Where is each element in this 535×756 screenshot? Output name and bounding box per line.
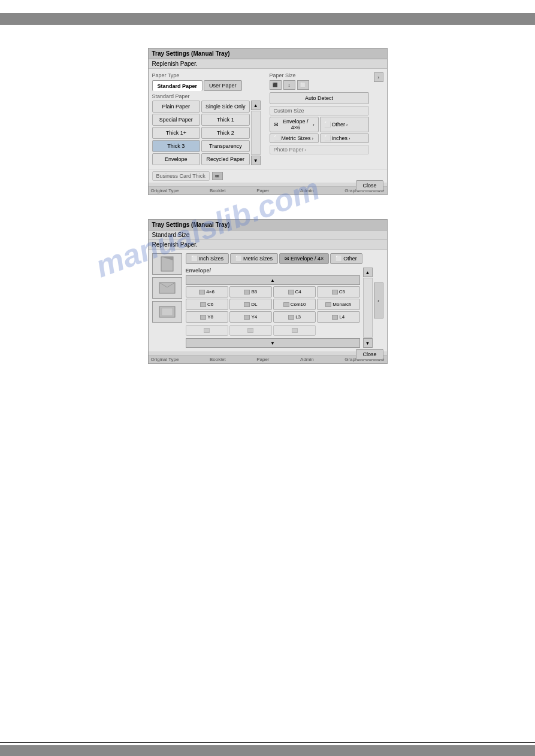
env-icon-c4 <box>288 290 294 294</box>
paper-btn-thick3[interactable]: Thick 3 <box>152 140 201 152</box>
env-btn-c6[interactable]: C6 <box>186 299 228 310</box>
env-btn-l3[interactable]: L3 <box>273 311 316 323</box>
env-btn-extra1[interactable] <box>186 325 228 336</box>
bottom-bar-original-type: Original Type <box>151 188 179 193</box>
inch-icon: ⬜ <box>191 256 198 262</box>
env-label-l4: L4 <box>339 314 344 320</box>
scroll-down-btn[interactable]: ▼ <box>251 156 261 165</box>
size-other-btn[interactable]: ⬜ Other › <box>320 117 369 132</box>
size-envelope-label: Envelope / 4×6 <box>280 119 312 130</box>
size-tabs-row: ⬜ Inch Sizes ⬜ Metric Sizes ✉ Envelope /… <box>186 253 373 264</box>
paper-preview-svg-2 <box>158 280 176 296</box>
metric-icon: ⬜ <box>274 135 280 141</box>
env-icon-dl <box>244 302 250 307</box>
env-label-c4: C4 <box>295 289 301 294</box>
env-btn-extra2[interactable] <box>229 325 272 336</box>
size-icons-row: ⬛ ↕ ⬜ <box>270 80 369 90</box>
paper-btn-envelope[interactable]: Envelope <box>152 153 201 165</box>
chevron-right-icon3: › <box>312 136 313 141</box>
scroll-up-btn[interactable]: ▲ <box>251 101 261 110</box>
tab-user-paper[interactable]: User Paper <box>204 80 242 91</box>
paper-btn-transparency[interactable]: Transparency <box>201 140 250 152</box>
env-btn-dl[interactable]: DL <box>229 299 272 310</box>
bottom-bar-paper: Paper <box>256 188 269 193</box>
size-icon-2[interactable]: ↕ <box>283 80 295 90</box>
auto-detect-btn[interactable]: Auto Detect <box>270 92 369 104</box>
chevron-right-icon2: › <box>346 123 347 127</box>
dialog2-body: ⬜ Inch Sizes ⬜ Metric Sizes ✉ Envelope /… <box>149 250 387 351</box>
paper-size-label: Paper Size <box>270 72 369 78</box>
paper-previews <box>152 253 182 348</box>
dialog1-title: Tray Settings (Manual Tray) <box>149 48 387 59</box>
tab-metric-sizes[interactable]: ⬜ Metric Sizes <box>230 253 278 264</box>
size-other-label: Other <box>332 122 346 127</box>
dialog2-close-btn-2[interactable]: Close <box>356 349 383 360</box>
env-btn-c5[interactable]: C5 <box>317 286 359 297</box>
scroll-top-btn[interactable]: ▲ <box>363 268 373 277</box>
envelope-grid-more <box>186 325 360 336</box>
envelope-icon: ✉ <box>274 122 279 127</box>
scroll-bottom-btn[interactable]: ▼ <box>363 338 373 348</box>
custom-size-btn[interactable]: Custom Size <box>270 106 369 116</box>
paper-size-scrollbar: › <box>374 72 383 165</box>
size-metric-btn[interactable]: ⬜ Metric Sizes › <box>270 133 319 143</box>
env-btn-c4[interactable]: C4 <box>273 286 316 297</box>
env-icon-4x6 <box>199 290 205 294</box>
right-scroll-btn[interactable]: › <box>374 283 383 318</box>
dialog2-layout: ⬜ Inch Sizes ⬜ Metric Sizes ✉ Envelope /… <box>152 253 383 348</box>
tab-inch-sizes[interactable]: ⬜ Inch Sizes <box>186 253 229 264</box>
size-icon-1[interactable]: ⬛ <box>270 80 282 90</box>
photo-paper-btn[interactable]: Photo Paper › <box>270 145 369 154</box>
d2-bottom-admin: Admin <box>300 357 314 362</box>
paper-btn-thick2[interactable]: Thick 2 <box>201 127 250 139</box>
email-icon: ✉ <box>212 172 223 180</box>
size-inches-btn[interactable]: ⬜ Inches › <box>320 133 369 143</box>
paper-preview-3 <box>152 301 182 323</box>
env-icon-b5 <box>244 290 250 294</box>
env-icon-y8 <box>200 315 206 320</box>
envelope-scroll-up[interactable]: ▲ <box>186 275 360 285</box>
paper-btn-thick1plus[interactable]: Thick 1+ <box>152 127 201 139</box>
dialogs-container: Tray Settings (Manual Tray) Replenish Pa… <box>0 12 535 364</box>
standard-paper-label: Standard Paper <box>152 93 266 99</box>
tab-other[interactable]: ⬜ Other <box>330 253 362 264</box>
d2-bottom-booklet: Booklet <box>210 357 226 362</box>
chevron-right-icon5: › <box>305 148 306 152</box>
paper-btn-plain[interactable]: Plain Paper <box>152 101 201 113</box>
env-icon-monarch <box>325 302 331 307</box>
size-inches-label: Inches <box>332 135 348 141</box>
paper-btn-special[interactable]: Special Paper <box>152 114 201 126</box>
dialog2-right: ⬜ Inch Sizes ⬜ Metric Sizes ✉ Envelope /… <box>186 253 373 348</box>
env-icon-l4 <box>332 315 338 320</box>
env-btn-com10[interactable]: Com10 <box>273 299 316 310</box>
env-label-4x6: 4×6 <box>206 289 214 294</box>
size-scroll-right-btn[interactable]: › <box>374 72 383 82</box>
inch-sizes-label: Inch Sizes <box>199 256 224 262</box>
size-icon-3[interactable]: ⬜ <box>297 80 309 90</box>
env-btn-y4[interactable]: Y4 <box>229 311 272 323</box>
business-card-btn[interactable]: Business Card Thick <box>152 171 210 181</box>
envelope-4x-label: Envelope / 4× <box>291 256 324 262</box>
env-btn-y8[interactable]: Y8 <box>186 311 228 323</box>
paper-btn-single-side[interactable]: Single Side Only <box>201 101 250 113</box>
tab-envelope-4x[interactable]: ✉ Envelope / 4× <box>279 253 329 264</box>
env-btn-extra3[interactable] <box>273 325 316 336</box>
env-btn-l4[interactable]: L4 <box>317 311 359 323</box>
dialog1-bottom-bar: Original Type Booklet Paper Admin Graphi… <box>149 186 387 195</box>
dialog1-close-btn[interactable]: Close <box>356 180 383 191</box>
size-envelope-4x6-btn[interactable]: ✉ Envelope / 4×6 › <box>270 117 319 132</box>
bottom-bar-booklet: Booklet <box>210 188 226 193</box>
tab-standard-paper[interactable]: Standard Paper <box>152 80 203 91</box>
env-btn-b5[interactable]: B5 <box>229 286 272 297</box>
paper-type-section: Paper Type Standard Paper User Paper Sta… <box>152 72 266 165</box>
paper-btn-thick1[interactable]: Thick 1 <box>201 114 250 126</box>
envelope-scroll-down[interactable]: ▼ <box>186 338 360 348</box>
envelope-section-label: Envelope/ <box>186 268 360 274</box>
env-icon-l3 <box>288 315 294 320</box>
dialog2-subtitle2: Replenish Paper. <box>149 240 387 250</box>
paper-buttons-grid: Plain Paper Single Side Only Special Pap… <box>152 101 250 165</box>
env-btn-monarch[interactable]: Monarch <box>317 299 359 310</box>
paper-btn-recycled[interactable]: Recycled Paper <box>201 153 250 165</box>
paper-type-label: Paper Type <box>152 72 266 78</box>
env-btn-4x6[interactable]: 4×6 <box>186 286 228 297</box>
